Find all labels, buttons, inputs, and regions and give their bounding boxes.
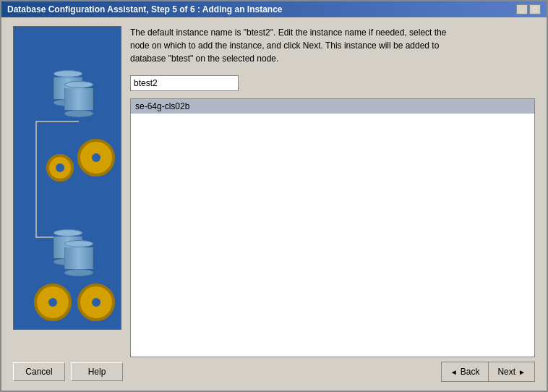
gear-top-small <box>46 154 74 182</box>
window: Database Configuration Assistant, Step 5… <box>0 0 548 392</box>
window-title: Database Configuration Assistant, Step 5… <box>7 4 283 14</box>
maximize-button[interactable]: □ <box>529 4 541 14</box>
illustration-panel <box>13 26 121 330</box>
help-button[interactable]: Help <box>71 362 123 381</box>
cyl-top-4 <box>64 240 93 247</box>
node-list-item[interactable]: se-64g-cls02b <box>131 99 534 114</box>
next-button[interactable]: Next ► <box>488 362 534 381</box>
next-arrow-icon: ► <box>518 368 526 376</box>
button-row: Cancel Help ◄ Back Next ► <box>13 357 535 385</box>
title-bar: Database Configuration Assistant, Step 5… <box>1 1 547 17</box>
back-label: Back <box>461 367 480 377</box>
title-bar-buttons: _ □ <box>516 4 541 14</box>
cyl-body-2 <box>64 88 93 110</box>
gear-bottom-right <box>77 284 115 321</box>
connector-v1 <box>35 121 37 237</box>
cyl-bottom-2 <box>64 110 93 117</box>
gear-bottom-left <box>34 284 72 321</box>
instance-name-input[interactable] <box>130 75 239 91</box>
gear-top-large <box>77 139 115 176</box>
node-list: se-64g-cls02b <box>130 98 535 357</box>
db-cylinder-top2 <box>64 81 93 117</box>
cyl-body-4 <box>64 247 93 269</box>
content-area: The default instance name is "btest2". E… <box>1 17 547 391</box>
main-row: The default instance name is "btest2". E… <box>13 26 535 357</box>
left-buttons: Cancel Help <box>13 362 123 381</box>
nav-group: ◄ Back Next ► <box>441 362 535 382</box>
db-cylinder-bottom2 <box>64 240 93 276</box>
cyl-top-2 <box>64 81 93 88</box>
connector-h1 <box>35 121 79 122</box>
description: The default instance name is "btest2". E… <box>130 26 535 65</box>
minimize-button[interactable]: _ <box>516 4 528 14</box>
back-arrow-icon: ◄ <box>450 368 458 376</box>
cyl-top-1 <box>53 70 82 77</box>
right-panel: The default instance name is "btest2". E… <box>130 26 535 357</box>
cyl-bottom-4 <box>64 269 93 276</box>
back-button[interactable]: ◄ Back <box>442 362 489 381</box>
next-label: Next <box>497 367 515 377</box>
cyl-top-3 <box>53 229 82 237</box>
cancel-button[interactable]: Cancel <box>13 362 65 381</box>
